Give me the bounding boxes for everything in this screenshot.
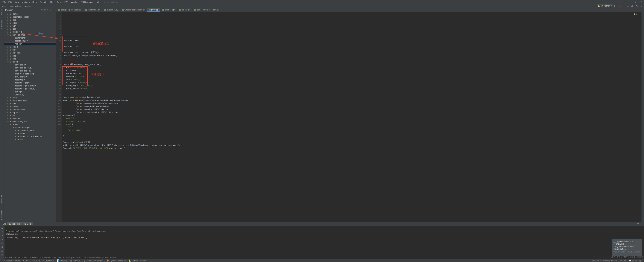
tab-customer-py[interactable]: customer.py xyxy=(102,8,120,12)
git-icon[interactable]: ⎇ xyxy=(630,5,634,7)
breadcrumb-folder[interactable]: new_rabittmq xyxy=(8,5,24,7)
menu-window[interactable]: Window xyxy=(70,1,80,3)
tree-item-output[interactable]: ▸■output xyxy=(4,45,56,48)
run-tab-customer[interactable]: 🐍 customer xyxy=(7,222,22,225)
db-browser-tool-button[interactable]: DB Browser xyxy=(1,20,3,30)
tree-item-demo[interactable]: ▸■demo xyxy=(4,12,56,15)
tree-item-sql-[interactable]: ▸■sql_学习 xyxy=(4,111,56,114)
tree-item-receive-logs-py[interactable]: ●receive_logs.py xyxy=(4,81,56,84)
install-link[interactable]: Install 'pika-stubs==0.1.3' xyxy=(614,251,632,253)
tab-twisted-connection-py[interactable]: twisted_connection.py xyxy=(120,8,147,12)
tree-item-pdf[interactable]: ▸■pdf xyxy=(4,48,56,51)
status-run[interactable]: ▶ Run xyxy=(21,260,30,262)
soft-wrap-icon[interactable]: ↩ xyxy=(1,242,3,244)
print-icon[interactable]: 🖶 xyxy=(1,250,3,252)
tab-rabittmq01-py[interactable]: rabittmq01.py xyxy=(83,8,102,12)
debug-button[interactable]: 🐞 xyxy=(618,5,621,7)
more-run-icon[interactable]: ⋯ xyxy=(622,5,626,7)
tree-item-emit-log-direct-py[interactable]: ●emit_log_direct.py xyxy=(4,66,56,69)
tree-item-json[interactable]: ▸■json xyxy=(4,27,56,30)
tab-port-search-is-open-py[interactable]: port_search_is_open.py xyxy=(192,8,221,12)
maximize-button[interactable]: □ xyxy=(633,0,638,4)
run-stop-button[interactable] xyxy=(2,234,3,237)
tree-item-rabbit[interactable]: ▾■rabbit xyxy=(4,60,56,63)
hide-icon[interactable]: — xyxy=(52,8,54,11)
breadcrumb-root[interactable]: tools xyxy=(1,5,8,7)
run-config-selector[interactable]: 🐍 customer ▾ xyxy=(597,4,613,7)
run-debug-icon[interactable]: ⤴ xyxy=(2,231,3,233)
status-pypackages[interactable]: 📦 Python Packages xyxy=(105,260,127,262)
tab-postgresql-connect-py[interactable]: postgresql_connect.py xyxy=(56,8,83,12)
menu-code[interactable]: Code xyxy=(31,1,38,3)
tree-item-new-task-py[interactable]: ●new_task.py xyxy=(4,75,56,78)
bookmarks-tool-button[interactable]: Bookmarks xyxy=(1,210,3,220)
tree-item-receive-logs-direct-py[interactable]: ●receive_logs_direct.py xyxy=(4,84,56,87)
tree-item-redis-time-task[interactable]: ▸■redis_time_task xyxy=(4,99,56,102)
tree-item-rabittmq01-py[interactable]: ●rabittmq01.py xyxy=(4,39,56,42)
editor-marker-bar[interactable] xyxy=(642,12,644,222)
menu-navigate[interactable]: Navigate xyxy=(20,1,31,3)
stop-button[interactable] xyxy=(627,5,629,7)
notification-balloon[interactable]: ⓘ Type hints are not installed They coul… xyxy=(612,239,642,256)
tree-item-customer-py[interactable]: ●customer.py xyxy=(4,36,56,39)
status-eventlog[interactable]: 📰 Event Log xyxy=(627,260,643,262)
tree-item-source-folder[interactable]: ▸■source_folder xyxy=(4,108,56,111)
run-tab-yield[interactable]: 🐍 yield xyxy=(22,222,33,225)
run-settings-icon[interactable]: ⚙ xyxy=(637,222,639,225)
tree-item-receive-logs-topic-py[interactable]: ●receive_logs_topic.py xyxy=(4,87,56,90)
tree-item--distutils-hack[interactable]: ▸■_distutils_hack xyxy=(4,129,56,132)
expand-icon[interactable]: ⇲ xyxy=(44,8,46,11)
tab-emit-log-py[interactable]: emit_log.py xyxy=(160,8,178,12)
status-dbchanges[interactable]: 🗄 Database Changes xyxy=(82,260,105,262)
tree-item-excle[interactable]: ▸■excle xyxy=(4,21,56,24)
run-output[interactable]: E:\workspace\project\tools\venv\Scripts\… xyxy=(4,226,644,259)
status-problems[interactable]: ⊘ Problems xyxy=(41,260,55,262)
locate-icon[interactable]: ⊕ xyxy=(41,8,43,11)
tree-item-emit-log-topic-py[interactable]: ●emit_log_topic.py xyxy=(4,69,56,72)
breadcrumb-file[interactable]: yield.py xyxy=(24,5,32,7)
menu-edit[interactable]: Edit xyxy=(7,1,13,3)
run-exit-icon[interactable]: ⏏ xyxy=(1,238,3,241)
status-terminal[interactable]: ▣ Terminal xyxy=(68,260,82,262)
run-button[interactable] xyxy=(614,5,616,7)
tree-item-sdb[interactable]: ▸■sdb xyxy=(4,102,56,105)
code-area[interactable]: ▲ 1 ⌄ 修改配置信息 发送消息体 "kw">import json "kw"… xyxy=(62,12,642,222)
menu-dbnavigator[interactable]: DB Navigator xyxy=(80,1,94,3)
tree-item-certifi-2023-5-7-dist-info[interactable]: ▸■certifi-2023.5.7.dist-info xyxy=(4,135,56,138)
search-icon[interactable]: 🔍 xyxy=(635,5,639,7)
tree-item-html[interactable]: ▸■html xyxy=(4,24,56,27)
status-statistic[interactable]: 📊 Statistic xyxy=(55,260,68,262)
minimize-button[interactable]: – xyxy=(627,0,633,4)
tree-item-site-packages[interactable]: ▾■site-packages xyxy=(4,126,56,129)
collapse-icon[interactable]: ⇱ xyxy=(46,8,48,11)
tree-item-lib[interactable]: ▾■Lib xyxy=(4,123,56,126)
menu-tools[interactable]: Tools xyxy=(56,1,63,3)
tree-item-receive-py[interactable]: ●receive.py xyxy=(4,78,56,81)
trash-icon[interactable]: 🗑 xyxy=(1,253,3,256)
menu-help[interactable]: Help xyxy=(94,1,102,3)
tree-item-send-py[interactable]: ●send.py xyxy=(4,90,56,93)
structure-tool-button[interactable]: Structure xyxy=(1,195,3,203)
tree-item-redis[interactable]: ▸■redis xyxy=(4,96,56,99)
tree-item-new-rabittmq[interactable]: ▾■new_rabittmq xyxy=(4,33,56,36)
tree-item-pdf-path[interactable]: ▸■pdf_path xyxy=(4,51,56,54)
inspection-widget[interactable]: ▲ 1 ⌄ xyxy=(634,12,640,15)
project-tree[interactable]: ▸■demo▸■destination_folder▸■doc▸■excle▸■… xyxy=(4,12,56,222)
menu-run[interactable]: Run xyxy=(49,1,56,3)
menu-vcs[interactable]: VCS xyxy=(63,1,70,3)
status-pyconsole[interactable]: 🐍 Python Console xyxy=(127,260,148,262)
settings-icon[interactable]: ⚙ xyxy=(640,5,643,7)
back-icon[interactable]: ← xyxy=(592,5,596,7)
tab-yield-py[interactable]: yield.py xyxy=(147,8,160,12)
close-button[interactable]: × xyxy=(638,0,644,4)
tree-item-uploads[interactable]: ▸■uploads xyxy=(4,117,56,120)
status-todo[interactable]: ✓ TODO xyxy=(30,260,41,262)
tree-item-pics[interactable]: ▸■pics xyxy=(4,54,56,57)
rerun-button[interactable] xyxy=(2,227,3,230)
tree-item-certifi[interactable]: ▸■certifi xyxy=(4,132,56,135)
tree-item-png[interactable]: ▸■png xyxy=(4,57,56,60)
tree-item-emit-log-py[interactable]: ●emit_log.py xyxy=(4,63,56,66)
tree-item-txt[interactable]: ▸■txt xyxy=(4,114,56,117)
menu-view[interactable]: View xyxy=(13,1,20,3)
tree-item-merge-file[interactable]: ▸■merge_file xyxy=(4,30,56,33)
